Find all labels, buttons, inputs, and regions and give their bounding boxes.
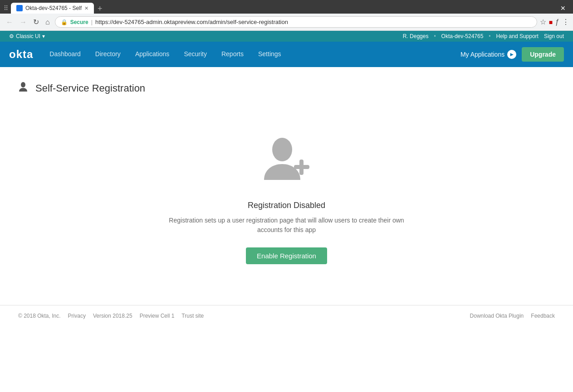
gear-icon: ⚙ <box>9 33 14 39</box>
new-tab-button[interactable]: + <box>94 4 106 14</box>
secure-icon: 🔒 <box>61 19 68 25</box>
info-bar-left: ⚙ Classic UI ▾ <box>9 33 45 39</box>
address-bar: ← → ↻ ⌂ 🔒 Secure | https://dev-524765-ad… <box>0 14 573 31</box>
classic-ui-link[interactable]: Classic UI <box>16 33 40 39</box>
url-divider: | <box>91 19 93 25</box>
footer-preview-cell-link[interactable]: Preview Cell 1 <box>140 313 175 319</box>
browser-controls: ⠿ <box>4 5 8 12</box>
okta-logo: okta <box>9 43 33 66</box>
registration-disabled-title: Registration Disabled <box>248 201 325 210</box>
extension-button-2[interactable]: ƒ <box>555 18 559 26</box>
tab-favicon <box>16 5 23 11</box>
page-content: Self-Service Registration Registration D… <box>0 67 573 305</box>
menu-button[interactable]: ⋮ <box>562 18 569 26</box>
extension-button-1[interactable]: ■ <box>549 19 553 26</box>
nav-dashboard[interactable]: Dashboard <box>42 42 88 67</box>
org-link[interactable]: Okta-dev-524765 <box>441 33 484 39</box>
info-bar-right: R. Degges • Okta-dev-524765 • Help and S… <box>403 33 564 39</box>
footer-version: Version 2018.25 <box>93 313 132 319</box>
browser-chrome: ⠿ Okta-dev-524765 - Self ✕ + ✕ <box>0 0 573 14</box>
refresh-button[interactable]: ↻ <box>31 17 41 27</box>
back-button[interactable]: ← <box>4 17 15 27</box>
footer-download-plugin-link[interactable]: Download Okta Plugin <box>470 313 524 319</box>
window-close-button[interactable]: ✕ <box>557 3 569 14</box>
nav-links: Dashboard Directory Applications Securit… <box>42 42 460 67</box>
page-header: Self-Service Registration <box>18 81 555 96</box>
svg-rect-3 <box>299 160 304 175</box>
nav-security[interactable]: Security <box>176 42 214 67</box>
registration-description: Registration sets up a user registration… <box>169 216 405 235</box>
dropdown-arrow: ▾ <box>42 33 45 39</box>
upgrade-button[interactable]: Upgrade <box>522 47 564 62</box>
footer-privacy-link[interactable]: Privacy <box>68 313 86 319</box>
secure-label: Secure <box>70 19 88 25</box>
info-bar: ⚙ Classic UI ▾ R. Degges • Okta-dev-5247… <box>0 31 573 42</box>
page-header-icon <box>18 81 31 96</box>
enable-registration-button[interactable]: Enable Registration <box>246 247 327 264</box>
svg-point-0 <box>21 82 25 87</box>
footer-right: Download Okta Plugin Feedback <box>470 313 555 319</box>
address-url: https://dev-524765-admin.oktapreview.com… <box>95 19 531 25</box>
user-link[interactable]: R. Degges <box>403 33 429 39</box>
divider-2: • <box>489 33 490 39</box>
my-applications-link[interactable]: My Applications ► <box>460 50 516 59</box>
nav-directory[interactable]: Directory <box>88 42 128 67</box>
tab-title: Okta-dev-524765 - Self <box>25 5 82 11</box>
page-title: Self-Service Registration <box>35 82 145 94</box>
forward-button[interactable]: → <box>17 17 29 27</box>
bookmark-button[interactable]: ☆ <box>540 18 546 26</box>
tab-close-button[interactable]: ✕ <box>84 5 88 11</box>
nav-buttons: ← → ↻ ⌂ <box>4 17 52 27</box>
help-link[interactable]: Help and Support <box>496 33 539 39</box>
registration-center: Registration Disabled Registration sets … <box>18 114 555 291</box>
divider-1: • <box>434 33 436 39</box>
nav-applications[interactable]: Applications <box>128 42 177 67</box>
registration-icon <box>260 132 314 188</box>
drag-handle-icon: ⠿ <box>4 5 8 12</box>
footer: © 2018 Okta, Inc. Privacy Version 2018.2… <box>0 305 573 326</box>
nav-bar: okta Dashboard Directory Applications Se… <box>0 42 573 67</box>
active-tab[interactable]: Okta-dev-524765 - Self ✕ <box>11 3 94 14</box>
footer-trust-site-link[interactable]: Trust site <box>181 313 204 319</box>
my-applications-arrow-icon: ► <box>507 50 516 59</box>
home-button[interactable]: ⌂ <box>43 17 52 27</box>
nav-right: My Applications ► Upgrade <box>460 47 564 62</box>
footer-copyright: © 2018 Okta, Inc. <box>18 313 61 319</box>
address-input-wrap[interactable]: 🔒 Secure | https://dev-524765-admin.okta… <box>55 16 537 28</box>
footer-feedback-link[interactable]: Feedback <box>531 313 555 319</box>
tab-bar: Okta-dev-524765 - Self ✕ + <box>11 3 554 14</box>
sign-out-link[interactable]: Sign out <box>544 33 564 39</box>
nav-reports[interactable]: Reports <box>214 42 251 67</box>
svg-point-1 <box>272 138 292 161</box>
footer-left: © 2018 Okta, Inc. Privacy Version 2018.2… <box>18 313 204 319</box>
nav-settings[interactable]: Settings <box>251 42 289 67</box>
address-bar-right: ☆ ■ ƒ ⋮ <box>540 18 569 26</box>
